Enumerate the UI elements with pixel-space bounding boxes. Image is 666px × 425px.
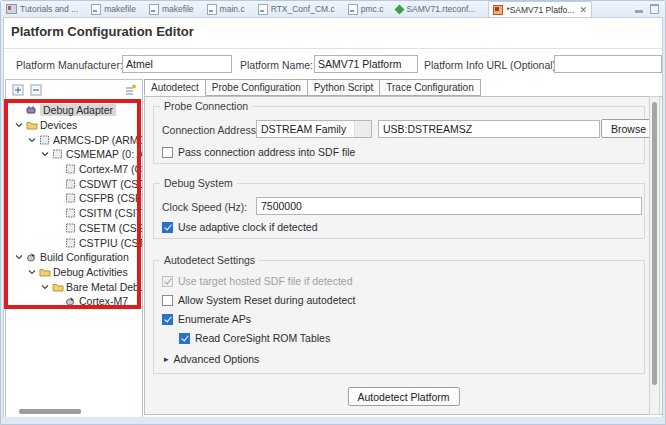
- tab-rtx-conf[interactable]: RTX_Conf_CM.c: [258, 4, 335, 15]
- group-title: Autodetect Settings: [160, 254, 259, 266]
- build-config-icon: [25, 252, 38, 262]
- folder-icon: [38, 267, 51, 277]
- minimize-icon[interactable]: [635, 10, 643, 13]
- debug-adapter-icon: [25, 105, 38, 115]
- config-content-panel: Autodetect Probe Configuration Python Sc…: [144, 79, 663, 418]
- collapse-all-icon[interactable]: [29, 83, 42, 96]
- triangle-right-icon: ▸: [164, 354, 169, 364]
- autodetect-platform-button[interactable]: Autodetect Platform: [347, 387, 459, 406]
- expand-all-icon[interactable]: [11, 83, 24, 96]
- page-title: Platform Configuration Editor: [11, 24, 194, 39]
- pass-sdf-checkbox-row[interactable]: Pass connection address into SDF file: [162, 146, 355, 158]
- scrollbar-thumb[interactable]: [652, 102, 657, 385]
- tab-label: *SAMV71 Platfo...: [506, 5, 574, 15]
- platform-config-editor: Platform Configuration Editor Platform M…: [3, 17, 663, 419]
- chevron-down-icon[interactable]: [26, 136, 38, 144]
- tree-item-build-configuration[interactable]: Build Configuration: [6, 250, 142, 265]
- config-tabs: Autodetect Probe Configuration Python Sc…: [144, 79, 481, 96]
- tab-main-c[interactable]: main.c: [207, 4, 245, 15]
- checkbox-label: Enumerate APs: [178, 313, 251, 325]
- view-menu-icon[interactable]: [124, 83, 137, 96]
- manufacturer-field[interactable]: [122, 55, 232, 73]
- manufacturer-label: Platform Manufacturer:: [16, 59, 123, 71]
- tree-item-label: Bare Metal Debug: [66, 281, 142, 293]
- tab-label: RTX_Conf_CM.c: [271, 4, 335, 14]
- tree-item-armcs-dp[interactable]: ARMCS-DP (ARMCS-D: [6, 132, 142, 147]
- tab-makefile-1[interactable]: makefile: [91, 4, 136, 15]
- checkbox-checked[interactable]: [179, 333, 190, 344]
- folder-open-icon: [51, 282, 64, 292]
- rteconfig-diamond-icon: [395, 4, 405, 14]
- checkbox-label: Use adaptive clock if detected: [178, 221, 318, 233]
- tree-item-cortex-m7-activity[interactable]: Cortex-M7: [6, 294, 142, 309]
- tree-item-label: Cortex-M7: [79, 295, 128, 307]
- tab-makefile-2[interactable]: makefile: [149, 4, 194, 15]
- checkbox-unchecked[interactable]: [162, 147, 173, 158]
- connection-family-combobox[interactable]: DSTREAM Family: [256, 120, 372, 138]
- chevron-down-icon[interactable]: [39, 283, 51, 291]
- maximize-icon[interactable]: [650, 4, 659, 14]
- chevron-down-icon[interactable]: [354, 121, 371, 137]
- tab-probe-configuration[interactable]: Probe Configuration: [206, 79, 308, 96]
- tree-item-csdwt[interactable]: CSDWT (CSDWT: [6, 176, 142, 191]
- chip-icon: [64, 208, 77, 218]
- tree-item-csmemap[interactable]: CSMEMAP (0: AHB: [6, 147, 142, 162]
- window-bottom-strip: [1, 417, 665, 424]
- tree-item-cstpiu[interactable]: CSTPIU (CSTPIU: [6, 235, 142, 250]
- screenshot: Tutorials and ... makefile makefile main…: [0, 0, 666, 425]
- tree-item-bare-metal-debug[interactable]: Bare Metal Debug: [6, 279, 142, 294]
- checkbox-unchecked[interactable]: [162, 295, 173, 306]
- autodetect-settings-group: Autodetect Settings Use target hosted SD…: [153, 260, 645, 374]
- tree-item-csfpb[interactable]: CSFPB (CSFPB): [6, 191, 142, 206]
- tab-python-script[interactable]: Python Script: [308, 79, 380, 96]
- chevron-down-icon[interactable]: [39, 150, 51, 158]
- advanced-options-expander[interactable]: ▸ Advanced Options: [164, 353, 259, 365]
- tree-item-label: CSTPIU (CSTPIU: [79, 237, 142, 249]
- tab-platform-active[interactable]: *SAMV71 Platfo... ✕: [488, 1, 592, 18]
- c-file-icon: [258, 4, 268, 15]
- tree-item-label: CSMEMAP (0: AHB: [66, 148, 142, 160]
- tree-horizontal-scrollbar[interactable]: [19, 409, 81, 414]
- tree-item-cortex-m7-core[interactable]: Cortex-M7 (Cort: [6, 162, 142, 177]
- tree-item-debug-activities[interactable]: Debug Activities: [6, 265, 142, 280]
- platform-config-icon: [493, 5, 503, 15]
- close-icon[interactable]: ✕: [579, 5, 587, 15]
- clock-speed-field[interactable]: [256, 197, 642, 215]
- c-file-icon: [207, 4, 217, 15]
- debug-activity-icon: [64, 296, 77, 306]
- checkbox-checked[interactable]: [162, 314, 173, 325]
- tree-item-debug-adapter[interactable]: Debug Adapter: [6, 103, 142, 118]
- tree-item-csetm[interactable]: CSETM (CSETM): [6, 221, 142, 236]
- file-icon: [149, 4, 159, 15]
- tree-item-label: CSDWT (CSDWT: [79, 178, 142, 190]
- tab-pmc-c[interactable]: pmc.c: [348, 4, 384, 15]
- chip-icon: [64, 223, 77, 233]
- chevron-down-icon[interactable]: [13, 253, 25, 261]
- checkbox-checked-disabled: [162, 276, 173, 287]
- adaptive-clock-checkbox-row[interactable]: Use adaptive clock if detected: [162, 221, 318, 233]
- tab-rteconf[interactable]: SAMV71.rteconf...: [396, 4, 475, 14]
- allow-reset-checkbox-row[interactable]: Allow System Reset during autodetect: [162, 294, 355, 306]
- tree-item-csitm[interactable]: CSITM (CSITM): [6, 206, 142, 221]
- tab-label: makefile: [162, 4, 194, 14]
- vertical-scrollbar[interactable]: [649, 96, 660, 415]
- tab-autodetect[interactable]: Autodetect: [144, 79, 206, 96]
- platform-name-field[interactable]: [314, 55, 418, 73]
- read-rom-checkbox-row[interactable]: Read CoreSight ROM Tables: [179, 332, 330, 344]
- tab-tutorials[interactable]: Tutorials and ...: [6, 4, 78, 14]
- debug-system-group: Debug System Clock Speed (Hz): Use adapt…: [153, 183, 645, 239]
- combo-value: DSTREAM Family: [261, 123, 346, 135]
- connection-address-field[interactable]: [378, 120, 600, 138]
- browse-button[interactable]: Browse: [601, 119, 656, 138]
- tab-trace-configuration[interactable]: Trace Configuration: [380, 79, 480, 96]
- enumerate-aps-checkbox-row[interactable]: Enumerate APs: [162, 313, 251, 325]
- checkbox-label: Read CoreSight ROM Tables: [195, 332, 330, 344]
- info-url-field[interactable]: [554, 55, 662, 73]
- tree-item-devices[interactable]: Devices: [6, 118, 142, 133]
- autodetect-tab-content: Probe Connection Connection Address: DST…: [144, 96, 663, 415]
- chevron-down-icon[interactable]: [26, 268, 38, 276]
- tree-item-label: ARMCS-DP (ARMCS-D: [53, 134, 142, 146]
- checkbox-checked[interactable]: [162, 222, 173, 233]
- chevron-down-icon[interactable]: [13, 121, 25, 129]
- window-controls: [635, 4, 659, 14]
